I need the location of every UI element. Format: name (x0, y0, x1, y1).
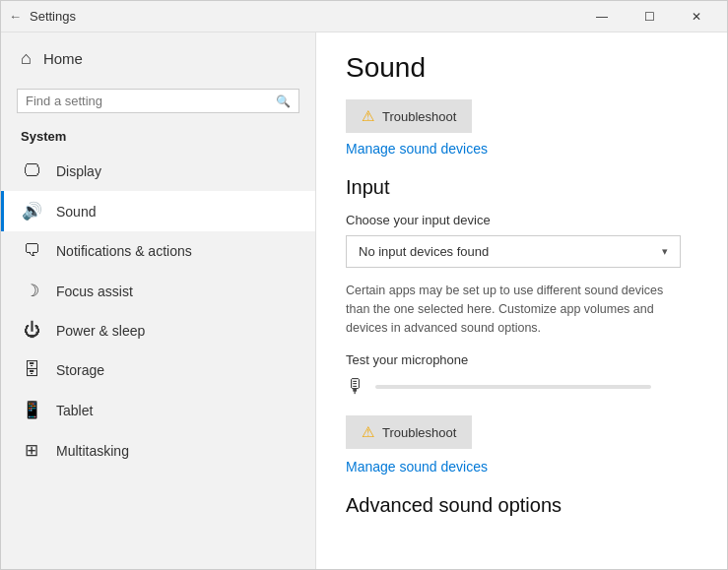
sidebar-item-focus-assist[interactable]: ☽ Focus assist (1, 271, 315, 311)
sidebar: ⌂ Home 🔍 System 🖵 Display 🔊 Sound 🗨 Noti… (1, 32, 316, 569)
sidebar-item-label-focus-assist: Focus assist (56, 284, 133, 299)
sidebar-item-label-multitasking: Multitasking (56, 443, 129, 459)
home-label: Home (43, 50, 83, 67)
sidebar-item-sound[interactable]: 🔊 Sound (1, 191, 315, 231)
manage-sound-bottom-link[interactable]: Manage sound devices (346, 459, 697, 475)
input-info-text: Certain apps may be set up to use differ… (346, 282, 681, 337)
main-content: ⌂ Home 🔍 System 🖵 Display 🔊 Sound 🗨 Noti… (1, 32, 727, 569)
notifications-icon: 🗨 (21, 241, 42, 261)
focus-assist-icon: ☽ (21, 281, 42, 301)
maximize-button[interactable]: ☐ (627, 1, 672, 32)
sidebar-item-label-sound: Sound (56, 204, 96, 220)
warn-icon-bottom: ⚠ (362, 423, 374, 441)
sidebar-home[interactable]: ⌂ Home (1, 32, 315, 85)
input-device-dropdown[interactable]: No input devices found ▾ (346, 235, 681, 268)
choose-input-label: Choose your input device (346, 213, 697, 227)
tablet-icon: 📱 (21, 400, 42, 420)
troubleshoot-top-button[interactable]: ⚠ Troubleshoot (346, 99, 472, 133)
minimize-button[interactable]: — (579, 1, 625, 32)
main-panel: Sound ⚠ Troubleshoot Manage sound device… (316, 32, 727, 569)
microphone-icon: 🎙 (346, 375, 365, 398)
mic-bar-row: 🎙 (346, 375, 697, 398)
sidebar-item-tablet[interactable]: 📱 Tablet (1, 390, 315, 430)
window-title: Settings (30, 9, 579, 24)
display-icon: 🖵 (21, 161, 42, 181)
sidebar-item-display[interactable]: 🖵 Display (1, 152, 315, 191)
advanced-sound-title: Advanced sound options (346, 494, 697, 517)
sidebar-item-label-notifications: Notifications & actions (56, 243, 192, 259)
search-input[interactable] (26, 94, 276, 108)
close-button[interactable]: ✕ (674, 1, 719, 32)
input-section-title: Input (346, 176, 697, 199)
settings-window: ← Settings — ☐ ✕ ⌂ Home 🔍 System 🖵 Displ… (0, 0, 728, 570)
window-controls: — ☐ ✕ (579, 1, 719, 32)
sidebar-item-multitasking[interactable]: ⊞ Multitasking (1, 430, 315, 471)
chevron-down-icon: ▾ (662, 245, 668, 258)
troubleshoot-top-label: Troubleshoot (382, 109, 456, 124)
troubleshoot-label: Troubleshoot (382, 425, 456, 440)
mic-label: Test your microphone (346, 352, 697, 367)
sidebar-section-label: System (1, 125, 315, 152)
sidebar-item-power-sleep[interactable]: ⏻ Power & sleep (1, 311, 315, 350)
title-bar: ← Settings — ☐ ✕ (1, 1, 727, 32)
warn-icon-top: ⚠ (362, 107, 374, 125)
sound-icon: 🔊 (21, 201, 42, 222)
page-title: Sound (346, 52, 697, 84)
power-sleep-icon: ⏻ (21, 321, 42, 341)
sidebar-item-label-tablet: Tablet (56, 403, 93, 418)
multitasking-icon: ⊞ (21, 440, 42, 461)
search-box[interactable]: 🔍 (17, 89, 299, 113)
search-icon: 🔍 (276, 95, 291, 108)
troubleshoot-button[interactable]: ⚠ Troubleshoot (346, 415, 472, 449)
sidebar-item-label-display: Display (56, 163, 101, 179)
back-button[interactable]: ← (9, 9, 22, 24)
mic-level-bar (375, 385, 651, 389)
sidebar-item-label-storage: Storage (56, 362, 104, 378)
manage-sound-top-link[interactable]: Manage sound devices (346, 141, 697, 157)
sidebar-item-notifications[interactable]: 🗨 Notifications & actions (1, 231, 315, 271)
home-icon: ⌂ (21, 48, 32, 69)
dropdown-value: No input devices found (359, 244, 489, 259)
sidebar-item-storage[interactable]: 🗄 Storage (1, 350, 315, 390)
sidebar-item-label-power-sleep: Power & sleep (56, 323, 145, 339)
storage-icon: 🗄 (21, 360, 42, 380)
